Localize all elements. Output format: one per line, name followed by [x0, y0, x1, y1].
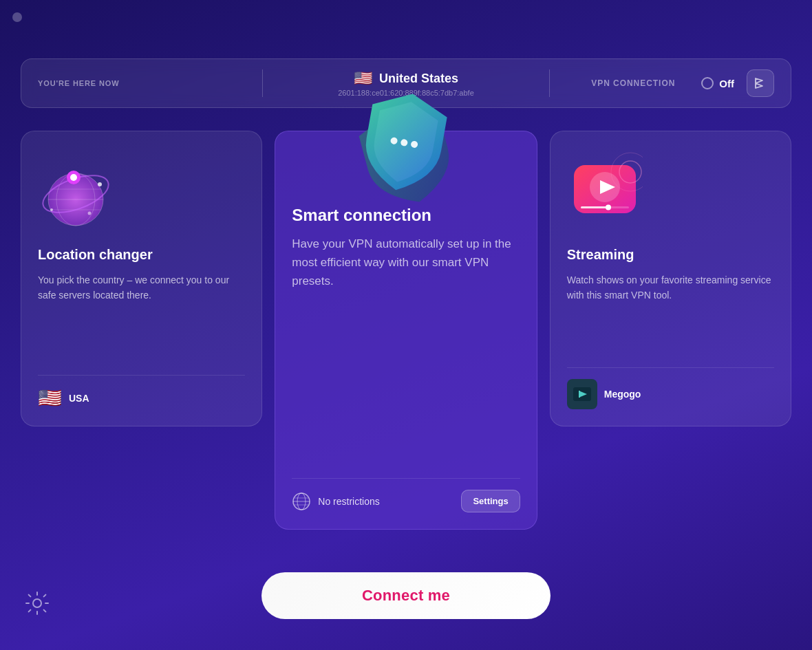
- vpn-section: VPN CONNECTION Off: [570, 69, 774, 97]
- location-card-footer: 🇺🇸 USA: [38, 375, 245, 409]
- smart-card-title: Smart connection: [292, 206, 520, 225]
- cards-area: Location changer You pick the country – …: [21, 131, 791, 530]
- streaming-card-desc: Watch shows on your favorite streaming s…: [567, 272, 774, 356]
- svg-point-25: [606, 205, 611, 210]
- megogo-label: Megogo: [604, 389, 641, 400]
- top-bar-divider-2: [549, 69, 550, 97]
- settings-button[interactable]: Settings: [461, 490, 520, 512]
- globe-icon: [38, 151, 114, 227]
- connect-btn-wrapper: Connect me: [261, 572, 551, 619]
- shield-illustration: [337, 83, 475, 207]
- megogo-logo: [572, 386, 592, 402]
- footer-country: USA: [69, 393, 89, 404]
- megogo-row: Megogo: [567, 379, 641, 409]
- svg-point-10: [50, 208, 53, 211]
- connect-button[interactable]: Connect me: [261, 572, 551, 619]
- flag-button[interactable]: [747, 69, 774, 97]
- svg-rect-24: [581, 206, 608, 208]
- globe-small-icon: [292, 492, 311, 511]
- smart-card-footer: No restrictions Settings: [292, 478, 520, 512]
- location-label: YOU'RE HERE NOW: [38, 79, 242, 87]
- streaming-card-footer: Megogo: [567, 367, 774, 409]
- shield-icon: [337, 83, 475, 207]
- close-button[interactable]: [12, 12, 22, 22]
- location-card-title: Location changer: [38, 247, 245, 263]
- streaming-icon: [567, 151, 643, 227]
- location-changer-card[interactable]: Location changer You pick the country – …: [21, 131, 262, 426]
- footer-flag: 🇺🇸: [38, 387, 62, 409]
- vpn-label: VPN CONNECTION: [591, 78, 675, 88]
- top-bar-divider: [262, 69, 263, 97]
- streaming-icon-area: [567, 148, 774, 230]
- location-card-desc: You pick the country – we connect you to…: [38, 272, 245, 364]
- location-icon-area: [38, 148, 245, 230]
- megogo-icon: [567, 379, 597, 409]
- smart-card-desc: Have your VPN automatically set up in th…: [292, 235, 520, 478]
- settings-gear-button[interactable]: [25, 591, 50, 616]
- svg-point-9: [98, 182, 102, 186]
- smart-connection-card[interactable]: Smart connection Have your VPN automatic…: [275, 131, 537, 530]
- vpn-toggle[interactable]: Off: [701, 77, 734, 89]
- no-restrictions-row: No restrictions: [292, 492, 379, 511]
- svg-rect-30: [579, 391, 580, 398]
- streaming-card-title: Streaming: [567, 247, 774, 263]
- location-section: YOU'RE HERE NOW: [38, 79, 242, 87]
- streaming-card[interactable]: Streaming Watch shows on your favorite s…: [550, 131, 791, 426]
- svg-point-8: [70, 174, 77, 181]
- toggle-indicator: [701, 77, 714, 89]
- flag-icon: [754, 76, 767, 90]
- vpn-status: Off: [719, 78, 734, 89]
- svg-point-11: [88, 212, 92, 215]
- gear-icon: [25, 591, 50, 616]
- no-restrictions-text: No restrictions: [318, 496, 379, 507]
